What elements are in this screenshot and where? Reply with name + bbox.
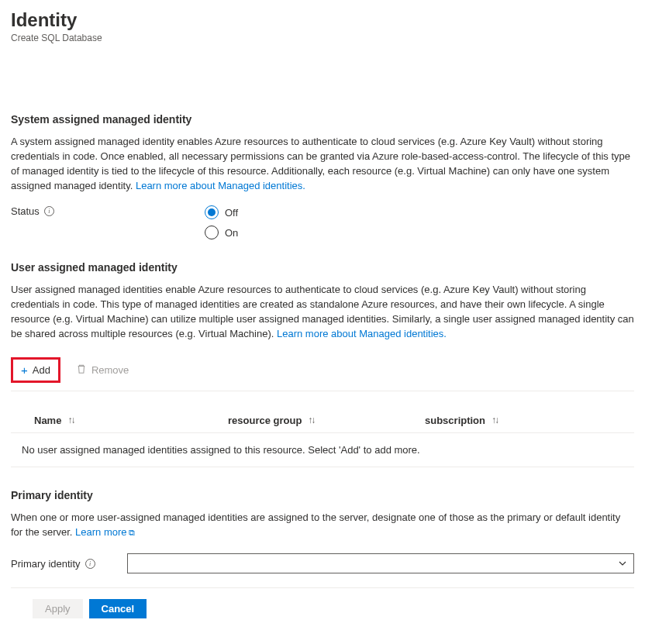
status-label: Status i: [11, 205, 205, 217]
radio-label-off: Off: [225, 207, 238, 219]
primary-identity-heading: Primary identity: [11, 489, 634, 501]
remove-button: Remove: [71, 360, 133, 380]
system-assigned-heading: System assigned managed identity: [11, 113, 634, 126]
add-button-label: Add: [33, 364, 50, 376]
sort-icon: ↑↓: [67, 415, 74, 425]
plus-icon: +: [21, 364, 28, 376]
radio-icon: [205, 226, 219, 239]
add-button-highlight: + Add: [11, 357, 60, 383]
cancel-button[interactable]: Cancel: [89, 599, 147, 618]
primary-link-text: Learn more: [75, 526, 126, 538]
add-button[interactable]: + Add: [16, 361, 55, 379]
col-sub-label: subscription: [425, 415, 485, 426]
trash-icon: [76, 363, 87, 377]
primary-learn-more-link[interactable]: Learn more⧉: [75, 526, 134, 538]
table-header-row: Name ↑↓ resource group ↑↓ subscription ↑…: [11, 408, 634, 433]
user-assigned-heading: User assigned managed identity: [11, 261, 634, 274]
primary-identity-description: When one or more user-assigned managed i…: [11, 511, 634, 540]
user-learn-more-link[interactable]: Learn more about Managed identities.: [277, 328, 447, 339]
remove-button-label: Remove: [91, 364, 129, 376]
system-assigned-desc-text: A system assigned managed identity enabl…: [11, 136, 630, 191]
column-header-name[interactable]: Name ↑↓: [34, 415, 228, 426]
page-title: Identity: [11, 9, 634, 31]
table-empty-message: No user assigned managed identities assi…: [11, 433, 634, 467]
radio-label-on: On: [225, 227, 238, 239]
sort-icon: ↑↓: [308, 415, 314, 425]
apply-button: Apply: [33, 599, 83, 618]
primary-identity-dropdown[interactable]: [127, 553, 634, 573]
system-learn-more-link[interactable]: Learn more about Managed identities.: [136, 180, 305, 191]
info-icon[interactable]: i: [85, 559, 95, 569]
action-buttons: Apply Cancel: [11, 599, 634, 618]
column-header-resource-group[interactable]: resource group ↑↓: [228, 415, 425, 426]
sort-icon: ↑↓: [492, 415, 498, 425]
system-assigned-description: A system assigned managed identity enabl…: [11, 135, 634, 193]
status-radio-group: Off On: [205, 205, 238, 239]
col-name-label: Name: [34, 415, 61, 426]
primary-identity-label: Primary identity i: [11, 558, 127, 570]
status-radio-off[interactable]: Off: [205, 205, 238, 219]
page-subtitle: Create SQL Database: [11, 33, 634, 43]
user-assigned-description: User assigned managed identities enable …: [11, 283, 634, 341]
col-rg-label: resource group: [228, 415, 302, 426]
popout-icon: ⧉: [129, 527, 135, 539]
chevron-down-icon: [618, 559, 627, 568]
column-header-subscription[interactable]: subscription ↑↓: [425, 415, 634, 426]
primary-identity-label-text: Primary identity: [11, 558, 81, 570]
status-label-text: Status: [11, 205, 40, 217]
identity-table: Name ↑↓ resource group ↑↓ subscription ↑…: [11, 408, 634, 467]
radio-icon: [205, 205, 219, 219]
user-identity-toolbar: + Add Remove: [11, 354, 634, 391]
status-radio-on[interactable]: On: [205, 226, 238, 239]
info-icon[interactable]: i: [44, 206, 54, 216]
